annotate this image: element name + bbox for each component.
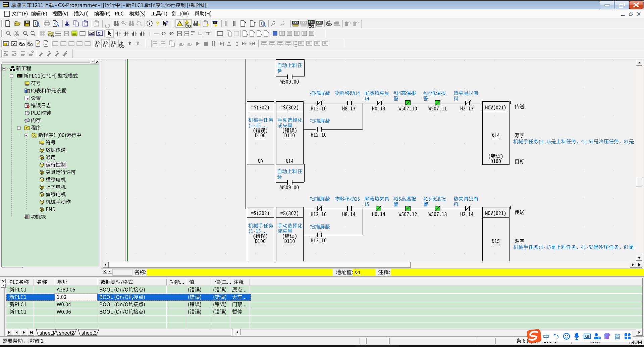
svg-text:19: 19 xyxy=(598,337,601,339)
